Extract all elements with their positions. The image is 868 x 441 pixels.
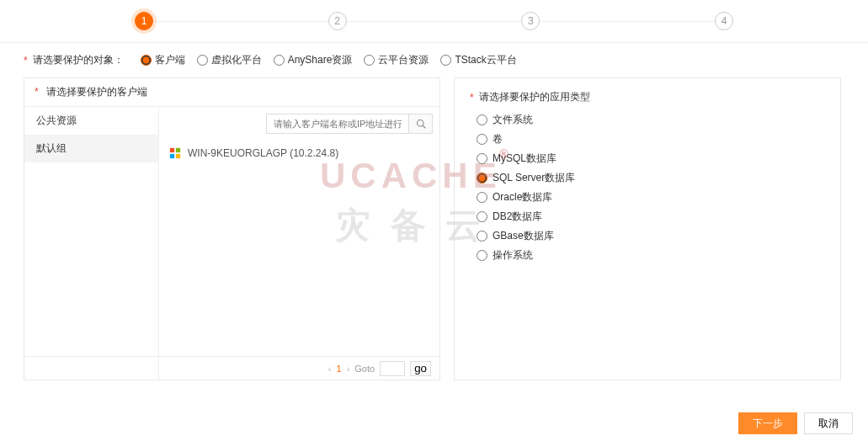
client-name: WIN-9KEUORGLAGP (10.2.24.8) bbox=[188, 147, 338, 159]
type-option-label: 文件系统 bbox=[493, 113, 533, 127]
step-3[interactable]: 3 bbox=[521, 12, 540, 30]
sidebar-item[interactable]: 公共资源 bbox=[24, 107, 158, 135]
target-option-label: AnyShare资源 bbox=[288, 53, 353, 67]
client-panel: * 请选择要保护的客户端 公共资源默认组 WIN-9KEUORGLAGP (10… bbox=[24, 77, 440, 380]
step-2[interactable]: 2 bbox=[328, 12, 347, 30]
target-option-label: TStack云平台 bbox=[455, 53, 516, 67]
type-option[interactable]: 文件系统 bbox=[477, 113, 825, 127]
pager-prev[interactable]: ‹ bbox=[328, 364, 332, 374]
type-panel-title: 请选择要保护的应用类型 bbox=[479, 90, 590, 104]
pagination: ‹ 1 › Goto go bbox=[24, 356, 439, 380]
type-option[interactable]: MySQL数据库 bbox=[477, 151, 825, 166]
type-option-label: Oracle数据库 bbox=[493, 190, 552, 205]
client-list: WIN-9KEUORGLAGP (10.2.24.8) bbox=[159, 141, 439, 166]
next-button[interactable]: 下一步 bbox=[738, 412, 797, 434]
type-list: 文件系统卷MySQL数据库SQL Server数据库Oracle数据库DB2数据… bbox=[470, 113, 825, 263]
client-panel-title: 请选择要保护的客户端 bbox=[46, 86, 147, 98]
type-option-label: 操作系统 bbox=[493, 248, 533, 263]
pager-current: 1 bbox=[337, 364, 342, 374]
client-item[interactable]: WIN-9KEUORGLAGP (10.2.24.8) bbox=[166, 144, 433, 162]
pager-goto-input[interactable] bbox=[380, 361, 405, 376]
step-1[interactable]: 1 bbox=[135, 12, 153, 30]
target-option-label: 客户端 bbox=[155, 53, 185, 67]
windows-icon bbox=[169, 147, 181, 159]
search-icon bbox=[416, 119, 426, 129]
svg-point-0 bbox=[417, 120, 423, 127]
pager-go-button[interactable]: go bbox=[410, 361, 431, 376]
pager-goto-label: Goto bbox=[354, 364, 375, 374]
type-option[interactable]: Oracle数据库 bbox=[477, 190, 825, 205]
cancel-button[interactable]: 取消 bbox=[804, 412, 853, 434]
required-star: * bbox=[35, 86, 39, 98]
required-star: * bbox=[24, 55, 28, 66]
steps-bar: 1 2 3 4 bbox=[0, 0, 868, 43]
target-label: 请选要保护的对象： bbox=[33, 53, 124, 67]
search-input[interactable] bbox=[266, 114, 409, 134]
target-radio-group: 客户端虚拟化平台AnyShare资源云平台资源TStack云平台 bbox=[141, 53, 517, 67]
type-option[interactable]: GBase数据库 bbox=[477, 229, 825, 243]
search-button[interactable] bbox=[409, 114, 433, 134]
sidebar: 公共资源默认组 bbox=[24, 107, 159, 380]
target-option[interactable]: 云平台资源 bbox=[364, 53, 429, 67]
step-4[interactable]: 4 bbox=[715, 12, 733, 30]
type-option[interactable]: SQL Server数据库 bbox=[477, 171, 825, 185]
type-panel: * 请选择要保护的应用类型 文件系统卷MySQL数据库SQL Server数据库… bbox=[454, 77, 841, 380]
pager-next[interactable]: › bbox=[347, 364, 350, 374]
type-option[interactable]: DB2数据库 bbox=[477, 210, 825, 224]
type-option-label: SQL Server数据库 bbox=[493, 171, 575, 185]
svg-rect-3 bbox=[176, 148, 180, 152]
target-option[interactable]: 客户端 bbox=[141, 53, 185, 67]
type-option-label: DB2数据库 bbox=[493, 210, 542, 224]
sidebar-item[interactable]: 默认组 bbox=[24, 135, 158, 162]
svg-rect-2 bbox=[170, 148, 174, 152]
target-option-label: 虚拟化平台 bbox=[211, 53, 262, 67]
target-option[interactable]: AnyShare资源 bbox=[274, 53, 353, 67]
svg-line-1 bbox=[423, 125, 425, 128]
type-option-label: MySQL数据库 bbox=[493, 151, 556, 166]
type-option[interactable]: 操作系统 bbox=[477, 248, 825, 263]
type-option[interactable]: 卷 bbox=[477, 132, 825, 146]
svg-rect-5 bbox=[176, 154, 180, 158]
target-option[interactable]: 虚拟化平台 bbox=[197, 53, 262, 67]
svg-rect-4 bbox=[170, 154, 174, 158]
type-option-label: GBase数据库 bbox=[493, 229, 554, 243]
target-option[interactable]: TStack云平台 bbox=[440, 53, 516, 67]
type-option-label: 卷 bbox=[493, 132, 503, 146]
target-option-label: 云平台资源 bbox=[378, 53, 429, 67]
required-star: * bbox=[470, 92, 474, 104]
